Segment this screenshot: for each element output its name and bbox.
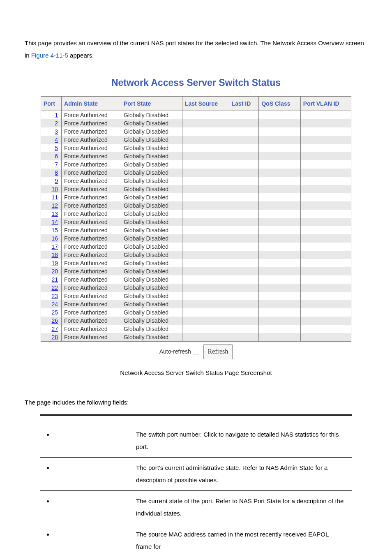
- port-state-cell: Globally Disabled: [121, 160, 182, 169]
- table-row: 17Force AuthorizedGlobally Disabled: [41, 243, 351, 251]
- col-last-source: Last Source: [182, 97, 229, 111]
- port-vlan-cell: [300, 169, 351, 177]
- port-state-cell: Globally Disabled: [121, 169, 182, 177]
- last-id-cell: [229, 317, 259, 325]
- fields-object-bullet: [53, 462, 124, 474]
- col-qos-class: QoS Class: [259, 97, 300, 111]
- port-link[interactable]: 2: [41, 119, 62, 127]
- port-link[interactable]: 12: [41, 201, 62, 210]
- port-vlan-cell: [300, 234, 351, 243]
- figure-link[interactable]: Figure 4-11-5: [31, 52, 68, 59]
- port-state-cell: Globally Disabled: [121, 111, 182, 120]
- qos-class-cell: [259, 160, 300, 169]
- port-link[interactable]: 14: [41, 218, 62, 226]
- qos-class-cell: [259, 292, 300, 300]
- port-link[interactable]: 7: [41, 160, 62, 169]
- port-link[interactable]: 23: [41, 292, 62, 300]
- last-source-cell: [182, 267, 229, 275]
- last-id-cell: [229, 226, 259, 234]
- qos-class-cell: [259, 127, 300, 136]
- port-link[interactable]: 17: [41, 243, 62, 251]
- qos-class-cell: [259, 308, 300, 317]
- col-last-id: Last ID: [229, 97, 259, 111]
- admin-state-cell: Force Authorized: [62, 243, 121, 251]
- port-link[interactable]: 10: [41, 185, 62, 193]
- last-source-cell: [182, 152, 229, 160]
- last-source-cell: [182, 308, 229, 317]
- fields-row: The current state of the port. Refer to …: [40, 491, 352, 524]
- refresh-button[interactable]: Refresh: [203, 344, 233, 359]
- last-source-cell: [182, 325, 229, 333]
- port-state-cell: Globally Disabled: [121, 259, 182, 267]
- port-vlan-cell: [300, 111, 351, 120]
- auto-refresh-checkbox[interactable]: [193, 348, 199, 354]
- qos-class-cell: [259, 185, 300, 193]
- port-link[interactable]: 5: [41, 144, 62, 152]
- port-link[interactable]: 6: [41, 152, 62, 160]
- fields-desc-cell: The source MAC address carried in the mo…: [130, 524, 352, 555]
- qos-class-cell: [259, 251, 300, 259]
- last-source-cell: [182, 251, 229, 259]
- admin-state-cell: Force Authorized: [62, 144, 121, 152]
- last-id-cell: [229, 218, 259, 226]
- table-row: 20Force AuthorizedGlobally Disabled: [41, 267, 351, 275]
- qos-class-cell: [259, 234, 300, 243]
- last-source-cell: [182, 317, 229, 325]
- table-row: 9Force AuthorizedGlobally Disabled: [41, 177, 351, 185]
- fields-object-bullet: [53, 528, 124, 541]
- port-link[interactable]: 22: [41, 284, 62, 292]
- port-state-cell: Globally Disabled: [121, 275, 182, 284]
- table-row: 27Force AuthorizedGlobally Disabled: [41, 325, 351, 333]
- screenshot-title: Network Access Server Switch Status: [41, 73, 351, 92]
- port-state-cell: Globally Disabled: [121, 152, 182, 160]
- port-state-cell: Globally Disabled: [121, 325, 182, 333]
- port-state-cell: Globally Disabled: [121, 243, 182, 251]
- col-port-vlan: Port VLAN ID: [300, 97, 351, 111]
- port-link[interactable]: 15: [41, 226, 62, 234]
- port-link[interactable]: 1: [41, 111, 62, 120]
- port-link[interactable]: 8: [41, 169, 62, 177]
- last-id-cell: [229, 210, 259, 218]
- admin-state-cell: Force Authorized: [62, 284, 121, 292]
- port-link[interactable]: 13: [41, 210, 62, 218]
- port-vlan-cell: [300, 325, 351, 333]
- port-link[interactable]: 27: [41, 325, 62, 333]
- last-id-cell: [229, 284, 259, 292]
- admin-state-cell: Force Authorized: [62, 210, 121, 218]
- port-link[interactable]: 26: [41, 317, 62, 325]
- nas-table-header-row: Port Admin State Port State Last Source …: [41, 97, 351, 111]
- port-link[interactable]: 3: [41, 127, 62, 136]
- intro-text: This page provides an overview of the cu…: [25, 37, 367, 62]
- admin-state-cell: Force Authorized: [62, 333, 121, 342]
- port-state-cell: Globally Disabled: [121, 226, 182, 234]
- admin-state-cell: Force Authorized: [62, 325, 121, 333]
- fields-intro-text: The page includes the following fields:: [25, 396, 367, 409]
- port-state-cell: Globally Disabled: [121, 144, 182, 152]
- port-link[interactable]: 24: [41, 300, 62, 308]
- port-link[interactable]: 16: [41, 234, 62, 243]
- port-link[interactable]: 21: [41, 275, 62, 284]
- admin-state-cell: Force Authorized: [62, 119, 121, 127]
- nas-status-table: Port Admin State Port State Last Source …: [41, 96, 351, 342]
- last-id-cell: [229, 333, 259, 342]
- last-id-cell: [229, 308, 259, 317]
- port-link[interactable]: 25: [41, 308, 62, 317]
- port-link[interactable]: 19: [41, 259, 62, 267]
- last-id-cell: [229, 144, 259, 152]
- port-link[interactable]: 18: [41, 251, 62, 259]
- port-link[interactable]: 4: [41, 136, 62, 144]
- admin-state-cell: Force Authorized: [62, 234, 121, 243]
- port-link[interactable]: 20: [41, 267, 62, 275]
- port-vlan-cell: [300, 185, 351, 193]
- port-link[interactable]: 28: [41, 333, 62, 342]
- last-source-cell: [182, 210, 229, 218]
- port-link[interactable]: 11: [41, 193, 62, 201]
- intro-text-b: appears.: [68, 52, 94, 59]
- qos-class-cell: [259, 144, 300, 152]
- admin-state-cell: Force Authorized: [62, 111, 121, 120]
- port-vlan-cell: [300, 144, 351, 152]
- admin-state-cell: Force Authorized: [62, 275, 121, 284]
- last-source-cell: [182, 111, 229, 120]
- port-link[interactable]: 9: [41, 177, 62, 185]
- port-vlan-cell: [300, 119, 351, 127]
